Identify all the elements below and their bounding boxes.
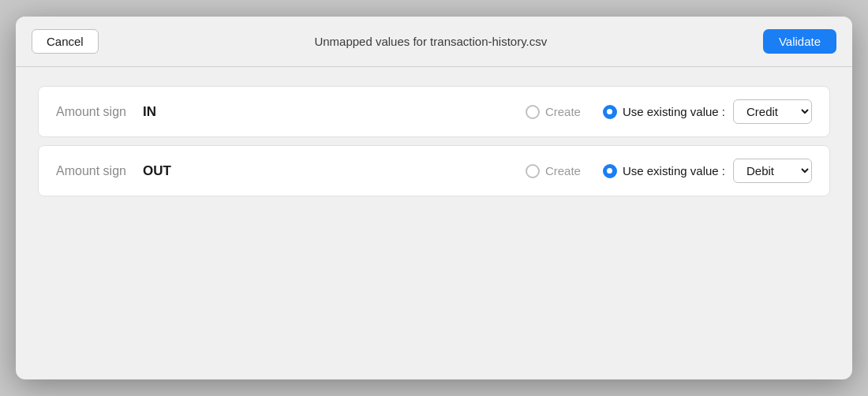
row-out-create-radio[interactable] xyxy=(526,164,540,178)
row-in-label: Amount sign xyxy=(56,105,143,119)
row-out-create-option[interactable]: Create xyxy=(526,164,581,178)
row-out-create-label: Create xyxy=(545,164,581,177)
cancel-button[interactable]: Cancel xyxy=(32,29,99,54)
unmapped-values-dialog: Cancel Unmapped values for transaction-h… xyxy=(16,17,852,379)
mapping-row-out: Amount sign OUT Create Use existing valu… xyxy=(38,145,830,196)
row-in-create-label: Create xyxy=(545,105,581,118)
row-in-use-existing-option[interactable]: Use existing value : xyxy=(603,105,725,119)
row-out-use-existing-label: Use existing value : xyxy=(623,164,725,177)
row-in-value-select[interactable]: Credit Debit xyxy=(733,99,812,124)
row-in-use-existing-label: Use existing value : xyxy=(623,105,725,118)
row-out-value-select[interactable]: Credit Debit xyxy=(733,159,812,183)
row-out-use-existing-radio[interactable] xyxy=(603,164,617,178)
row-out-use-existing-option[interactable]: Use existing value : xyxy=(603,164,725,178)
mapping-row-in: Amount sign IN Create Use existing value… xyxy=(38,86,830,137)
dialog-title: Unmapped values for transaction-history.… xyxy=(314,35,547,48)
row-in-value: IN xyxy=(143,104,198,120)
row-in-create-radio[interactable] xyxy=(526,105,540,119)
row-in-use-existing-radio[interactable] xyxy=(603,105,617,119)
dialog-header: Cancel Unmapped values for transaction-h… xyxy=(16,17,852,67)
dialog-body: Amount sign IN Create Use existing value… xyxy=(16,67,852,379)
row-in-create-option[interactable]: Create xyxy=(526,105,581,119)
row-out-value: OUT xyxy=(143,163,198,179)
row-out-label: Amount sign xyxy=(56,164,143,178)
validate-button[interactable]: Validate xyxy=(763,29,836,54)
